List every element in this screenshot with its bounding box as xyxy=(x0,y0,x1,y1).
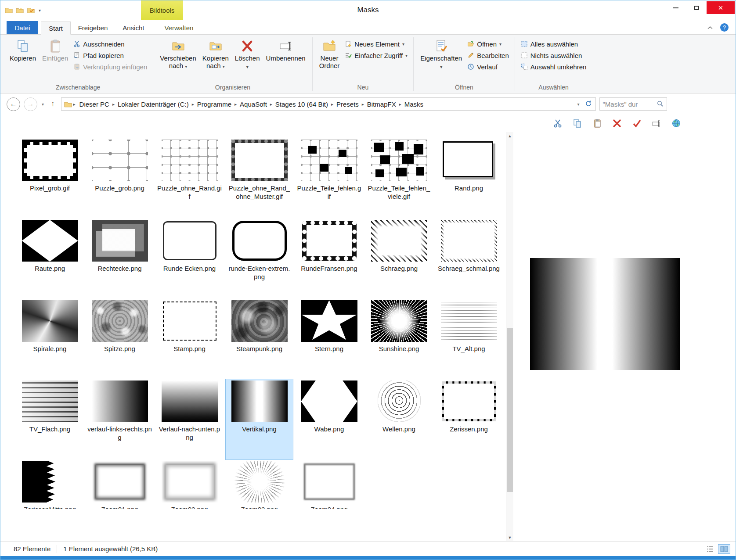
file-item[interactable]: Spitze.png xyxy=(86,299,153,379)
paste-button[interactable]: Einfügen xyxy=(39,37,71,64)
breadcrumb-chevron-icon[interactable]: ▸ xyxy=(361,102,364,107)
vertical-scrollbar[interactable]: ▲ ▼ xyxy=(506,132,513,541)
file-item[interactable]: Rand.png xyxy=(435,138,502,219)
breadcrumb-chevron-icon[interactable]: ▸ xyxy=(112,102,115,107)
file-item[interactable]: Zoom01.png xyxy=(86,459,153,509)
file-item[interactable]: Raute.png xyxy=(16,219,83,299)
thumbnails-view-button[interactable] xyxy=(718,544,730,554)
breadcrumb-segment[interactable]: Presets xyxy=(334,100,361,108)
file-item[interactable]: Schraeg.png xyxy=(365,219,433,299)
minimize-button[interactable] xyxy=(665,1,686,14)
history-button[interactable]: Verlauf xyxy=(465,61,511,72)
contextual-tab-header[interactable]: Bildtools xyxy=(141,0,183,20)
refresh-icon[interactable] xyxy=(585,100,592,108)
search-input[interactable]: "Masks" dur xyxy=(599,97,667,111)
file-item[interactable]: Stern.png xyxy=(296,299,363,379)
file-item[interactable]: Stamp.png xyxy=(156,299,223,379)
properties-button[interactable]: Eigenschaften ▾ xyxy=(417,37,465,72)
edit-button[interactable]: Bearbeiten xyxy=(465,50,511,61)
details-view-button[interactable] xyxy=(704,544,716,554)
copy-to-button[interactable]: Kopierennach ▾ xyxy=(199,37,232,72)
maximize-button[interactable] xyxy=(686,1,707,14)
search-icon[interactable] xyxy=(657,100,664,108)
file-item[interactable]: Puzzle_ohne_Rand.gif xyxy=(156,138,223,219)
delete-button[interactable]: Löschen ▾ xyxy=(232,37,263,72)
file-item[interactable]: Puzzle_ohne_Rand_ohne_Muster.gif xyxy=(226,138,293,219)
file-item[interactable]: Schraeg_schmal.png xyxy=(435,219,502,299)
invert-selection-button[interactable]: Auswahl umkehren xyxy=(519,61,589,72)
breadcrumb-segment[interactable]: BitmapFX xyxy=(364,100,399,108)
collapse-ribbon-icon[interactable] xyxy=(707,23,713,31)
up-button[interactable]: ↑ xyxy=(48,100,58,108)
file-item[interactable]: Zoom02.png xyxy=(156,459,223,509)
file-item[interactable]: Puzzle_grob.png xyxy=(86,138,153,219)
scroll-down-icon[interactable]: ▼ xyxy=(506,534,513,541)
tab-share[interactable]: Freigeben xyxy=(71,21,115,34)
breadcrumb-segment[interactable]: Dieser PC xyxy=(77,100,112,108)
breadcrumb-chevron-icon[interactable]: ▸ xyxy=(270,102,273,107)
paste-tool-icon[interactable] xyxy=(592,118,603,129)
qat-dropdown-icon[interactable]: ▾ xyxy=(38,8,41,13)
breadcrumb-segment[interactable]: Stages 10 (64 Bit) xyxy=(273,100,331,108)
breadcrumb-chevron-icon[interactable]: ▸ xyxy=(399,102,402,107)
breadcrumb-chevron-icon[interactable]: ▸ xyxy=(191,102,195,107)
apply-tool-icon[interactable] xyxy=(631,118,642,129)
cut-tool-icon[interactable] xyxy=(552,118,563,129)
breadcrumb-chevron-icon[interactable]: ▸ xyxy=(331,102,334,107)
help-icon[interactable]: ? xyxy=(720,23,729,32)
address-bar[interactable]: ▸ Dieser PC▸Lokaler Datenträger (C:)▸Pro… xyxy=(61,97,596,111)
copy-button[interactable]: Kopieren xyxy=(7,37,39,64)
file-item[interactable]: Sunshine.png xyxy=(365,299,433,379)
file-item[interactable]: Zoom03.png xyxy=(226,459,293,509)
qat-properties-icon[interactable] xyxy=(27,7,35,14)
file-item[interactable]: Wabe.png xyxy=(296,379,363,459)
file-item[interactable]: Steampunk.png xyxy=(226,299,293,379)
tab-manage[interactable]: Verwalten xyxy=(157,21,201,34)
easy-access-button[interactable]: Einfacher Zugriff ▾ xyxy=(343,50,410,61)
breadcrumb-segment[interactable]: Programme xyxy=(195,100,234,108)
copy-path-button[interactable]: Pfad kopieren xyxy=(71,50,149,61)
file-item[interactable]: TV_Flach.png xyxy=(16,379,83,459)
file-item[interactable]: ZerissenMitte.png xyxy=(16,459,83,509)
open-button[interactable]: Öffnen ▾ xyxy=(465,38,511,50)
forward-button[interactable]: → xyxy=(24,97,37,111)
file-item[interactable]: runde-Ecken-extrem.png xyxy=(226,219,293,299)
file-item[interactable]: Spirale.png xyxy=(16,299,83,379)
back-button[interactable]: ← xyxy=(7,97,20,111)
file-item[interactable]: Vertikal.png xyxy=(226,379,293,459)
cut-button[interactable]: Ausschneiden xyxy=(71,38,149,50)
scrollbar-thumb[interactable] xyxy=(507,328,513,492)
paste-shortcut-button[interactable]: Verknüpfung einfügen xyxy=(71,61,149,72)
rename-button[interactable]: Umbenennen xyxy=(263,37,309,64)
select-all-button[interactable]: Alles auswählen xyxy=(519,38,589,50)
file-item[interactable]: Puzzle_Teile_fehlen.gif xyxy=(296,138,363,219)
recent-locations-icon[interactable]: ▾ xyxy=(41,102,45,107)
file-item[interactable]: Pixel_grob.gif xyxy=(16,138,83,219)
file-item[interactable]: RundeFransen.png xyxy=(296,219,363,299)
breadcrumb-segment[interactable]: Lokaler Datenträger (C:) xyxy=(115,100,191,108)
file-item[interactable]: Zoom04.png xyxy=(296,459,363,509)
address-dropdown-icon[interactable]: ▾ xyxy=(577,102,581,107)
web-tool-icon[interactable] xyxy=(671,118,682,129)
select-none-button[interactable]: Nichts auswählen xyxy=(519,50,589,61)
tab-view[interactable]: Ansicht xyxy=(115,21,152,34)
file-item[interactable]: verlauf-links-rechts.png xyxy=(86,379,153,459)
qat-new-folder-icon[interactable] xyxy=(16,7,24,14)
breadcrumb-chevron-icon[interactable]: ▸ xyxy=(234,102,237,107)
file-item[interactable]: Rechtecke.png xyxy=(86,219,153,299)
breadcrumb-segment[interactable]: Masks xyxy=(402,100,426,108)
copy-tool-icon[interactable] xyxy=(572,118,583,129)
file-item[interactable]: Runde Ecken.png xyxy=(156,219,223,299)
tab-file[interactable]: Datei xyxy=(7,21,38,34)
file-item[interactable]: Puzzle_Teile_fehlen_viele.gif xyxy=(365,138,433,219)
close-button[interactable]: × xyxy=(707,1,735,14)
new-item-button[interactable]: Neues Element ▾ xyxy=(343,38,410,50)
tab-start[interactable]: Start xyxy=(41,22,71,35)
file-item[interactable]: Verlauf-nach-unten.png xyxy=(156,379,223,459)
file-item[interactable]: Wellen.png xyxy=(365,379,433,459)
delete-tool-icon[interactable] xyxy=(611,118,623,129)
move-to-button[interactable]: Verschiebennach ▾ xyxy=(157,37,199,72)
scroll-up-icon[interactable]: ▲ xyxy=(506,132,513,140)
breadcrumb-segment[interactable]: AquaSoft xyxy=(237,100,270,108)
file-item[interactable]: Zerissen.png xyxy=(435,379,502,459)
